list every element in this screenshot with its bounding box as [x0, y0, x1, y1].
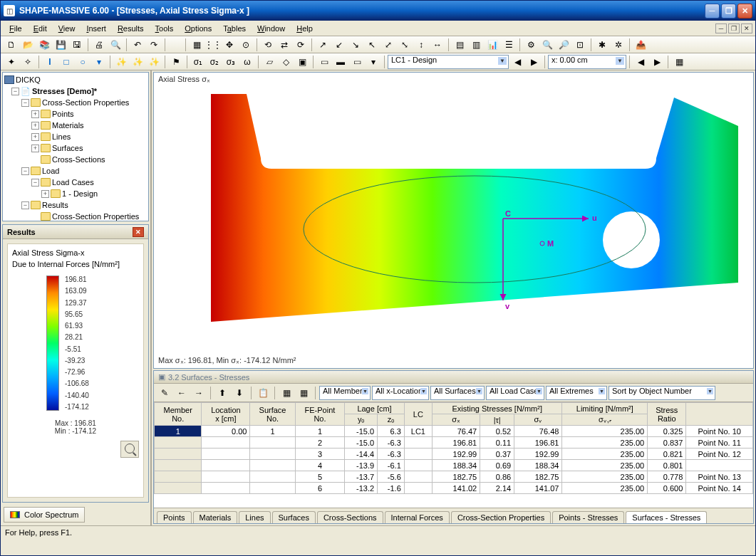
star2-icon[interactable]: ✲ [611, 38, 626, 52]
filter-xloc[interactable]: All x-Locations [372, 386, 429, 400]
tp-xls2-icon[interactable]: ▦ [296, 386, 311, 400]
sparkle1-icon[interactable]: ✨ [113, 55, 129, 69]
loadcase-combo[interactable]: LC1 - Design [388, 55, 509, 69]
snap-icon[interactable]: ⊙ [238, 38, 254, 52]
calc-icon[interactable]: 📊 [485, 38, 500, 52]
menu-help[interactable]: Help [291, 23, 319, 34]
save-icon[interactable]: 💾 [53, 38, 68, 52]
grid-icon[interactable]: ▦ [189, 38, 204, 52]
menu-view[interactable]: View [53, 23, 81, 34]
menu-results[interactable]: Results [112, 23, 150, 34]
tree-points[interactable]: Points [52, 110, 74, 118]
tp-down-icon[interactable]: ⬇ [232, 386, 247, 400]
tree-results[interactable]: Results [42, 201, 68, 209]
dim5-icon[interactable]: ⤢ [380, 38, 396, 52]
lc-next-icon[interactable]: ▶ [526, 55, 542, 69]
tab-lines[interactable]: Lines [239, 511, 270, 523]
color-spectrum-button[interactable]: Color Spectrum [4, 507, 85, 523]
filter-loadcases[interactable]: All Load Cases [486, 386, 544, 400]
new-icon[interactable]: 🗋 [4, 38, 19, 52]
table1-icon[interactable]: ▤ [452, 38, 467, 52]
tp-edit-icon[interactable]: ✎ [157, 386, 172, 400]
tab-materials[interactable]: Materials [193, 511, 238, 523]
table-row[interactable]: 3-14.4-6.3192.990.37192.99235.000.821Poi… [155, 449, 753, 460]
export-icon[interactable]: 📤 [633, 38, 648, 52]
tree-csp2[interactable]: Cross-Section Properties [52, 212, 139, 221]
tree-materials[interactable]: Materials [52, 121, 84, 130]
tree-surfaces[interactable]: Surfaces [52, 144, 83, 152]
shape-i-icon[interactable]: I [42, 55, 58, 69]
results-table[interactable]: MemberNo. Locationx [cm] SurfaceNo. FE-P… [154, 402, 753, 494]
zoomfit-icon[interactable]: ⊡ [572, 38, 588, 52]
tab-cross-sections[interactable]: Cross-Sections [317, 511, 383, 523]
layers-icon[interactable]: ☰ [501, 38, 517, 52]
doc-close-button[interactable]: ✕ [741, 23, 752, 33]
dim7-icon[interactable]: ↕ [413, 38, 429, 52]
undo-icon[interactable]: ↶ [130, 38, 145, 52]
coord-combo[interactable]: x: 0.00 cm [548, 55, 626, 69]
table-row[interactable]: 6-13.2-1.6141.022.14141.07235.000.600Poi… [155, 483, 753, 494]
sel1-icon[interactable]: ▱ [262, 55, 277, 69]
gear-icon[interactable]: ⚙ [523, 38, 539, 52]
tp-up-icon[interactable]: ⬆ [214, 386, 230, 400]
filter-surfaces[interactable]: All Surfaces [430, 386, 485, 400]
maximize-button[interactable]: ❐ [721, 4, 736, 19]
omega-icon[interactable]: ω [239, 55, 255, 69]
menu-edit[interactable]: Edit [28, 23, 53, 34]
tree-loadcases[interactable]: Load Cases [52, 178, 94, 187]
dim4-icon[interactable]: ↖ [364, 38, 380, 52]
results-panel-close[interactable]: ✕ [133, 227, 144, 237]
tree-project[interactable]: Stresses [Demo]* [32, 87, 97, 95]
dim1-icon[interactable]: ↗ [315, 38, 331, 52]
zoom-icon[interactable]: 🔍 [539, 38, 555, 52]
menu-insert[interactable]: Insert [81, 23, 112, 34]
dim3-icon[interactable]: ↘ [348, 38, 363, 52]
lc-prev-icon[interactable]: ◀ [509, 55, 525, 69]
dim2-icon[interactable]: ↙ [331, 38, 347, 52]
star1-icon[interactable]: ✱ [594, 38, 610, 52]
tool-a-icon[interactable]: ⟲ [260, 38, 276, 52]
flag-icon[interactable]: ⚑ [168, 55, 184, 69]
sparkle3-icon[interactable]: ✨ [146, 55, 162, 69]
dim8-icon[interactable]: ↔ [430, 38, 445, 52]
sigma3-icon[interactable]: σ₃ [223, 55, 239, 69]
table2-icon[interactable]: ▥ [468, 38, 484, 52]
shape-more-icon[interactable]: ▾ [91, 55, 107, 69]
print-icon[interactable]: 🖨 [91, 38, 107, 52]
tool-b-icon[interactable]: ⇄ [276, 38, 292, 52]
move-icon[interactable]: ✥ [222, 38, 237, 52]
tp-back-icon[interactable]: ← [174, 386, 190, 400]
tab-internal-forces[interactable]: Internal Forces [385, 511, 450, 523]
minimize-button[interactable]: ─ [705, 4, 720, 19]
table-row[interactable]: 4-13.9-6.1188.340.69188.34235.000.801 [155, 460, 753, 471]
table-row[interactable]: 5-13.7-5.6182.750.86182.75235.000.778Poi… [155, 471, 753, 483]
panel-icon[interactable]: ▦ [671, 55, 687, 69]
doc-restore-button[interactable]: ❐ [728, 23, 740, 33]
tree-design1[interactable]: 1 - Design [62, 189, 98, 198]
tp-xls-icon[interactable]: ▦ [279, 386, 294, 400]
menu-window[interactable]: Window [252, 23, 291, 34]
pt1-icon[interactable]: ✦ [4, 55, 19, 69]
menu-tables[interactable]: Tables [217, 23, 252, 34]
preview-icon[interactable]: 🔍 [108, 38, 123, 52]
close-button[interactable]: ✕ [737, 4, 752, 19]
view1-icon[interactable]: ▭ [316, 55, 332, 69]
sel2-icon[interactable]: ◇ [278, 55, 294, 69]
nav-prev-icon[interactable]: ◀ [633, 55, 648, 69]
tree-cs[interactable]: Cross-Sections [52, 155, 105, 164]
tab-surfaces-stresses[interactable]: Surfaces - Stresses [626, 511, 707, 523]
dots-icon[interactable]: ⋮⋮ [205, 38, 221, 52]
tree-csp[interactable]: Cross-Section Properties [42, 98, 129, 107]
menu-options[interactable]: Options [179, 23, 217, 34]
table-row[interactable]: 2-15.0-6.3196.810.11196.81235.000.837Poi… [155, 437, 753, 449]
graphics-viewport[interactable]: Axial Stress σₓ [153, 72, 754, 369]
view2-icon[interactable]: ▬ [333, 55, 348, 69]
magnify-button[interactable] [120, 441, 139, 458]
filter-extremes[interactable]: All Extremes [546, 386, 607, 400]
sel3-icon[interactable]: ▣ [294, 55, 310, 69]
sparkle2-icon[interactable]: ✨ [130, 55, 145, 69]
redo-icon[interactable]: ↷ [146, 38, 162, 52]
dim6-icon[interactable]: ⤡ [397, 38, 413, 52]
doc-minimize-button[interactable]: ─ [715, 23, 727, 33]
table-row[interactable]: 10.0011-15.06.3LC176.470.5276.48235.000.… [155, 426, 753, 437]
